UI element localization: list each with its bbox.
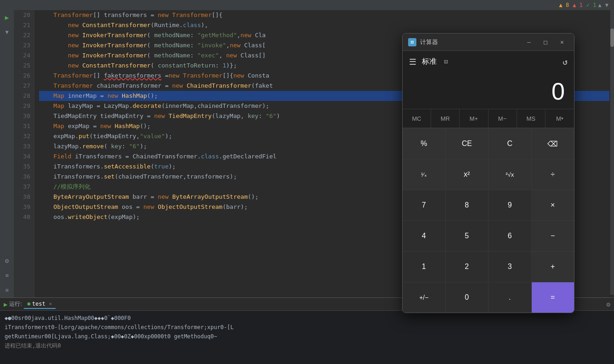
close-tab-icon[interactable]: ✕	[49, 301, 52, 306]
calc-memory-row: MC MR M+ M− MS M▾	[403, 109, 574, 128]
bottom-tab-test-icon: ■	[28, 301, 30, 306]
clear-entry-btn[interactable]: CE	[446, 129, 489, 159]
memory-recall-btn[interactable]: MR	[431, 109, 460, 128]
calc-mode-label: 标准	[422, 57, 437, 67]
hamburger-icon[interactable]: ☰	[409, 57, 416, 67]
clear-btn[interactable]: C	[489, 129, 531, 159]
bookmark2-btn[interactable]: ≡	[1, 285, 12, 296]
square-btn[interactable]: x²	[446, 159, 489, 190]
ide-topbar: ▲ 8 ▲ 1 ✓ 1 ▲ ▼	[0, 0, 614, 10]
calc-header: ☰ 标准 ⊡ ↺	[403, 51, 574, 72]
bottom-tab-test-label: test	[32, 301, 45, 307]
bottom-output: ◆●00sr00java.util.HashMap00◆◆◆0`◆000F0 i…	[0, 311, 614, 353]
divide-btn[interactable]: ÷	[532, 159, 574, 190]
zero-btn[interactable]: 0	[446, 282, 489, 313]
four-btn[interactable]: 4	[403, 221, 445, 251]
memory-minus-btn[interactable]: M−	[489, 109, 517, 128]
one-btn[interactable]: 1	[403, 252, 445, 282]
sqrt-btn[interactable]: ²√x	[489, 159, 531, 190]
calc-titlebar: ⊞ 计算器 — □ ✕	[403, 34, 574, 51]
settings-gear-icon[interactable]: ⚙	[607, 301, 610, 308]
nine-btn[interactable]: 9	[489, 190, 531, 220]
multiply-btn[interactable]: ×	[532, 190, 574, 220]
error-count: ▲ 1	[573, 2, 583, 8]
minimize-button[interactable]: —	[523, 36, 535, 49]
run-label: 运行:	[9, 300, 22, 308]
negate-btn[interactable]: +/−	[403, 282, 445, 313]
chevron-down-icon: ▼	[605, 2, 608, 8]
history-icon[interactable]: ↺	[563, 57, 568, 67]
reciprocal-btn[interactable]: ¹∕ₓ	[403, 159, 445, 190]
scroll-down-btn[interactable]: ▼	[1, 27, 12, 38]
output-line-2: iTransformerst0-[Lorg/apache/commons/col…	[5, 323, 609, 332]
line-numbers: 20 21 22 23 24 25 26 27 28 29 30 31 32 3…	[14, 10, 34, 297]
percent-btn[interactable]: %	[403, 129, 445, 159]
calc-app-icon: ⊞	[408, 38, 416, 46]
run-btn[interactable]: ▶	[1, 12, 12, 23]
close-button[interactable]: ✕	[556, 36, 569, 49]
three-btn[interactable]: 3	[489, 252, 531, 282]
warning-count: ▲ 8	[559, 2, 569, 8]
ok-count: ✓ 1	[586, 2, 597, 8]
code-line-21: new ConstantTransformer(Runtime.class),	[39, 20, 609, 30]
eight-btn[interactable]: 8	[446, 190, 489, 220]
decimal-btn[interactable]: .	[489, 282, 531, 313]
memory-dropdown-btn[interactable]: M▾	[546, 109, 574, 128]
scrollbar-track[interactable]	[610, 10, 614, 295]
process-status: 进程已结束,退出代码0	[5, 341, 609, 350]
subtract-btn[interactable]: −	[532, 221, 574, 251]
five-btn[interactable]: 5	[446, 221, 489, 251]
settings-btn[interactable]: ⚙	[1, 255, 12, 266]
bookmark-btn[interactable]: ≡	[1, 270, 12, 281]
calc-title: 计算器	[420, 38, 519, 46]
maximize-button[interactable]: □	[539, 36, 552, 49]
run-indicator: ▶	[4, 301, 7, 308]
equals-btn[interactable]: =	[532, 282, 574, 313]
add-btn[interactable]: +	[532, 252, 574, 282]
bottom-tab-test[interactable]: ■ test ✕	[24, 300, 56, 309]
chevron-up-icon: ▲	[598, 2, 602, 8]
calc-display: 0	[403, 72, 574, 109]
calc-button-grid: % CE C ⌫ ¹∕ₓ x² ²√x ÷ 7 8 9 × 4 5 6 − 1 …	[403, 128, 574, 313]
output-line-3: getRuntimeur00[Ljava.lang.Class;◆00◆0Z◆0…	[5, 332, 609, 341]
seven-btn[interactable]: 7	[403, 190, 445, 220]
left-sidebar: ▶ ▼ ⚙ ≡ ≡	[0, 10, 14, 297]
output-line-1: ◆●00sr00java.util.HashMap00◆◆◆0`◆000F0	[5, 314, 609, 323]
six-btn[interactable]: 6	[489, 221, 531, 251]
backspace-btn[interactable]: ⌫	[532, 129, 574, 159]
calc-result: 0	[551, 78, 565, 105]
memory-clear-btn[interactable]: MC	[403, 109, 431, 128]
scrollbar-thumb[interactable]	[610, 28, 614, 47]
memory-store-btn[interactable]: MS	[517, 109, 546, 128]
memory-plus-btn[interactable]: M+	[460, 109, 488, 128]
code-line-20: Transformer[] transformers = new Transfo…	[39, 10, 609, 20]
calculator-window: ⊞ 计算器 — □ ✕ ☰ 标准 ⊡ ↺ 0 MC MR M+ M− MS M▾…	[402, 33, 574, 313]
two-btn[interactable]: 2	[446, 252, 489, 282]
scientific-mode-icon: ⊡	[444, 58, 448, 65]
